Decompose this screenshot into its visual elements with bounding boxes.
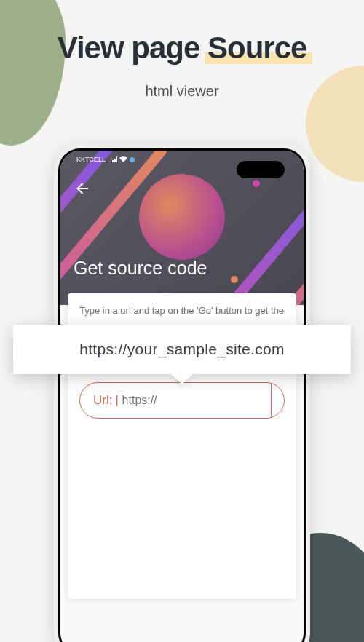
page-subtitle: html viewer (0, 83, 364, 100)
url-label: Url: (80, 393, 115, 408)
title-highlight: Source (207, 31, 306, 66)
page-title: View page Source (0, 31, 364, 66)
decor-blob-top-left (0, 0, 66, 146)
sample-url-tooltip: https://your_sample_site.com (13, 325, 351, 374)
back-button[interactable] (74, 180, 91, 200)
camera-cutout (237, 161, 285, 178)
hint-text: Type in a url and tap on the 'Go' button… (79, 304, 285, 318)
text-cursor: | (115, 394, 118, 407)
notification-dot-icon (130, 157, 135, 162)
svg-point-0 (130, 157, 135, 162)
phone-bezel: KKTCELL Get source code Type in a url an… (58, 148, 306, 642)
hero-dot-2 (231, 276, 238, 283)
title-prefix: View page (58, 31, 207, 65)
tooltip-text: https://your_sample_site.com (79, 341, 285, 357)
hero-circle (139, 174, 225, 260)
url-input[interactable] (119, 394, 271, 407)
go-button[interactable]: GO (271, 383, 285, 418)
url-input-row: Url: | GO (79, 382, 285, 419)
phone-screen: KKTCELL Get source code Type in a url an… (60, 151, 304, 642)
wifi-icon (119, 156, 127, 162)
phone-mockup: KKTCELL Get source code Type in a url an… (54, 144, 310, 642)
signal-icon (110, 156, 117, 162)
hero-dot-1 (253, 180, 260, 187)
status-icons (110, 156, 135, 162)
arrow-left-icon (74, 180, 91, 197)
hero-title: Get source code (74, 258, 207, 279)
carrier-label: KKTCELL (76, 156, 106, 163)
